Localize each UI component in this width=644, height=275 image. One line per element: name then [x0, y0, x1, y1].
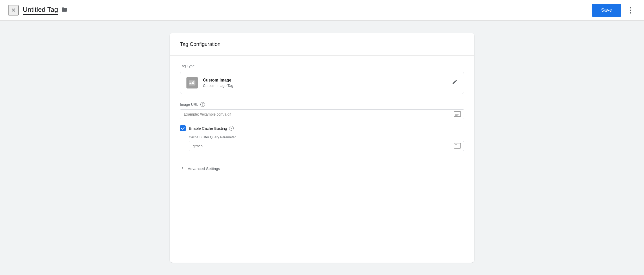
- advanced-settings-label: Advanced Settings: [188, 166, 220, 171]
- top-bar-actions: Save: [592, 4, 636, 17]
- svg-point-4: [193, 82, 194, 83]
- svg-rect-10: [455, 144, 457, 145]
- main-content: Tag Configuration Tag Type Custom Im: [0, 21, 644, 275]
- save-button[interactable]: Save: [592, 4, 621, 17]
- image-url-input[interactable]: [180, 109, 451, 119]
- more-menu-button[interactable]: [625, 5, 636, 15]
- image-url-field: Image URL ?: [180, 102, 464, 119]
- tag-type-card: Custom Image Custom Image Tag: [180, 72, 464, 94]
- variable-icon: [454, 111, 461, 118]
- svg-point-1: [630, 10, 631, 11]
- folder-icon[interactable]: [61, 6, 67, 14]
- tag-type-icon: [186, 77, 198, 88]
- cache-busting-label: Enable Cache Busting ?: [189, 126, 234, 131]
- title-area: Untitled Tag: [23, 6, 592, 15]
- image-url-label: Image URL ?: [180, 102, 464, 107]
- tag-type-label: Tag Type: [180, 64, 464, 68]
- svg-rect-8: [455, 115, 458, 116]
- close-button[interactable]: ✕: [8, 5, 19, 15]
- top-bar: ✕ Untitled Tag Save: [0, 0, 644, 21]
- card-body: Tag Type Custom Image Custom Image Tag: [170, 56, 474, 182]
- card-header: Tag Configuration: [170, 33, 474, 56]
- image-url-input-group: [180, 109, 464, 119]
- svg-rect-12: [455, 147, 458, 147]
- variable-icon-2: [454, 143, 461, 149]
- advanced-settings-row[interactable]: Advanced Settings: [180, 164, 464, 174]
- image-url-variable-button[interactable]: [451, 109, 464, 119]
- svg-rect-6: [455, 113, 457, 113]
- tag-type-info: Custom Image Custom Image Tag: [203, 78, 447, 88]
- cache-busting-checkbox[interactable]: [180, 125, 186, 131]
- tag-type-description: Custom Image Tag: [203, 84, 447, 88]
- cache-buster-param-input[interactable]: [189, 141, 451, 151]
- image-url-help-icon[interactable]: ?: [200, 102, 205, 107]
- svg-point-2: [630, 12, 631, 13]
- svg-rect-7: [455, 114, 459, 115]
- cache-buster-param-field: Cache Buster Query Parameter: [189, 135, 464, 151]
- page-title: Untitled Tag: [23, 6, 58, 15]
- cache-busting-section: Enable Cache Busting ? Cache Buster Quer…: [180, 125, 464, 151]
- cache-buster-param-label: Cache Buster Query Parameter: [189, 135, 464, 139]
- card-section-title: Tag Configuration: [180, 41, 221, 47]
- cache-buster-variable-button[interactable]: [451, 141, 464, 151]
- tag-configuration-card: Tag Configuration Tag Type Custom Im: [170, 33, 474, 263]
- cache-busting-help-icon[interactable]: ?: [229, 126, 234, 131]
- section-divider: [180, 157, 464, 157]
- svg-rect-11: [455, 146, 459, 146]
- cache-busting-checkbox-row: Enable Cache Busting ?: [180, 125, 464, 131]
- cache-buster-input-group: [189, 141, 464, 151]
- tag-type-section: Tag Type Custom Image Custom Image Tag: [180, 64, 464, 94]
- tag-type-name: Custom Image: [203, 78, 447, 83]
- svg-point-0: [630, 7, 631, 8]
- edit-tag-type-button[interactable]: [452, 79, 458, 86]
- chevron-right-icon: [180, 166, 185, 172]
